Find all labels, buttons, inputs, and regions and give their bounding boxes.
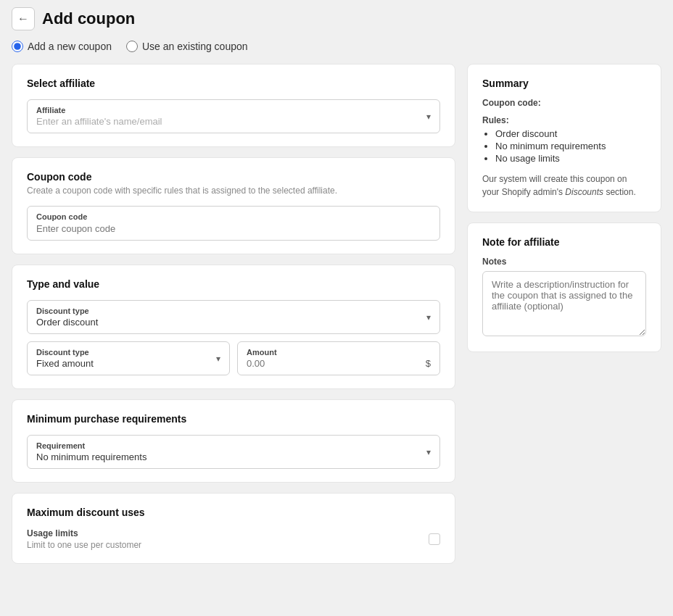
radio-existing-coupon-input[interactable] [126, 41, 138, 52]
summary-title: Summary [482, 78, 646, 89]
rule-item-0: Order discount [495, 128, 646, 139]
note-section-title: Note for affiliate [482, 236, 646, 248]
radio-existing-coupon[interactable]: Use an existing coupon [126, 41, 248, 52]
notes-label: Notes [482, 257, 646, 267]
discount-sub-row: Discount type Fixed amount ▾ Amount $ [27, 341, 440, 375]
page-title: Add coupon [42, 9, 135, 28]
discount-sub-chevron-icon: ▾ [216, 354, 220, 364]
discount-type-chevron-icon: ▾ [426, 312, 431, 322]
discount-sub-label: Discount type [36, 348, 220, 357]
usage-label: Usage limits [27, 528, 141, 538]
requirement-select[interactable]: Requirement No minimum requirements ▾ [27, 435, 440, 469]
radio-existing-coupon-label: Use an existing coupon [142, 41, 248, 52]
amount-input[interactable] [247, 358, 426, 369]
back-icon: ← [17, 12, 29, 25]
radio-new-coupon-label: Add a new coupon [28, 41, 112, 52]
currency-symbol: $ [426, 358, 431, 369]
radio-new-coupon[interactable]: Add a new coupon [12, 41, 112, 52]
maximum-discount-card: Maximum discount uses Usage limits Limit… [12, 493, 455, 564]
summary-card: Summary Coupon code: Rules: Order discou… [467, 64, 661, 212]
coupon-code-summary-label: Coupon code: [482, 98, 646, 108]
rule-item-1: No minimum requirements [495, 141, 646, 151]
maximum-section-title: Maximum discount uses [27, 507, 440, 518]
back-button[interactable]: ← [12, 7, 35, 30]
left-column: Select affiliate Affiliate Enter an affi… [12, 64, 455, 564]
summary-note: Our system will create this coupon on yo… [482, 172, 646, 199]
usage-text: Usage limits Limit to one use per custom… [27, 528, 141, 550]
rule-item-2: No usage limits [495, 153, 646, 164]
affiliate-field-label: Affiliate [36, 106, 431, 115]
discount-type-value: Order discount [36, 317, 431, 328]
affiliate-chevron-icon: ▾ [426, 112, 431, 122]
coupon-code-input-wrapper[interactable]: Coupon code [27, 206, 440, 241]
rules-label: Rules: [482, 115, 646, 125]
amount-label: Amount [247, 348, 431, 357]
coupon-code-input[interactable] [36, 223, 431, 234]
coupon-section-title: Coupon code [27, 171, 440, 183]
discount-sub-select[interactable]: Discount type Fixed amount ▾ [27, 341, 230, 375]
usage-row: Usage limits Limit to one use per custom… [27, 528, 440, 550]
notes-textarea[interactable] [482, 271, 646, 336]
type-value-title: Type and value [27, 278, 440, 290]
main-layout: Select affiliate Affiliate Enter an affi… [12, 64, 661, 564]
coupon-code-label: Coupon code [36, 212, 431, 221]
affiliate-card: Select affiliate Affiliate Enter an affi… [12, 64, 455, 147]
page-header: ← Add coupon [12, 7, 661, 30]
radio-new-coupon-input[interactable] [12, 41, 23, 52]
radio-group: Add a new coupon Use an existing coupon [12, 41, 661, 52]
affiliate-select[interactable]: Affiliate Enter an affiliate's name/emai… [27, 99, 440, 133]
discount-sub-value: Fixed amount [36, 358, 220, 369]
coupon-code-card: Coupon code Create a coupon code with sp… [12, 157, 455, 254]
type-value-card: Type and value Discount type Order disco… [12, 265, 455, 389]
affiliate-section-title: Select affiliate [27, 78, 440, 89]
requirement-chevron-icon: ▾ [426, 447, 431, 457]
requirement-value: No minimum requirements [36, 451, 431, 462]
coupon-section-subtitle: Create a coupon code with specific rules… [27, 186, 440, 196]
minimum-section-title: Minimum purchase requirements [27, 413, 440, 425]
right-column: Summary Coupon code: Rules: Order discou… [467, 64, 661, 352]
discount-type-label: Discount type [36, 307, 431, 315]
rules-list: Order discount No minimum requirements N… [482, 128, 646, 164]
usage-checkbox[interactable] [429, 533, 440, 545]
affiliate-field-placeholder: Enter an affiliate's name/email [36, 116, 431, 127]
usage-sub: Limit to one use per customer [27, 540, 141, 550]
note-affiliate-card: Note for affiliate Notes [467, 222, 661, 352]
minimum-purchase-card: Minimum purchase requirements Requiremen… [12, 399, 455, 483]
requirement-label: Requirement [36, 441, 431, 450]
discount-type-select[interactable]: Discount type Order discount ▾ [27, 300, 440, 334]
amount-field[interactable]: Amount $ [237, 341, 440, 375]
